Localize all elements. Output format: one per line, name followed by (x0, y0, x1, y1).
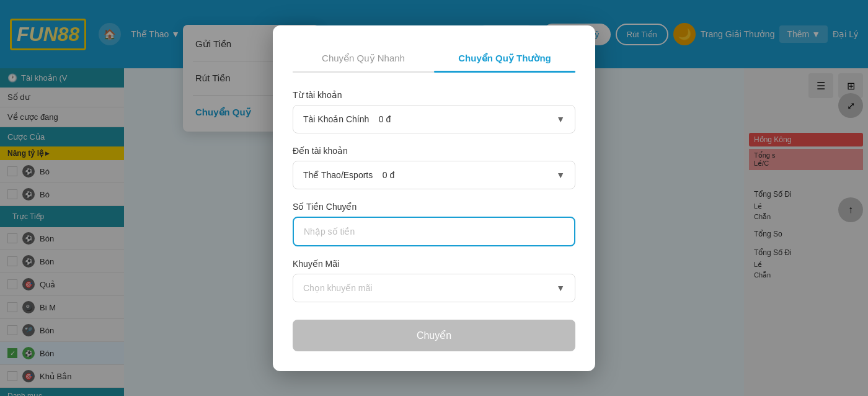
tab-chuyen-quy-thuong[interactable]: Chuyển Quỹ Thường (434, 45, 575, 71)
promo-group: Khuyến Mãi Chọn khuyến mãi ▼ (293, 259, 575, 302)
tab-chuyen-quy-nhanh[interactable]: Chuyển Quỹ Nhanh (293, 45, 434, 71)
submit-button[interactable]: Chuyển (293, 320, 575, 351)
amount-group: Số Tiền Chuyển (293, 202, 575, 246)
amount-label: Số Tiền Chuyển (293, 202, 575, 212)
to-account-select[interactable]: Thể Thao/Esports 0 đ ▼ (293, 161, 575, 189)
promo-value: Chọn khuyến mãi (303, 283, 556, 293)
to-account-value: Thể Thao/Esports 0 đ (303, 170, 556, 180)
from-account-value: Tài Khoản Chính 0 đ (303, 114, 556, 124)
chevron-down-icon-2: ▼ (556, 170, 565, 180)
modal-tabs: Chuyển Quỹ Nhanh Chuyển Quỹ Thường (293, 45, 575, 73)
promo-select[interactable]: Chọn khuyến mãi ▼ (293, 274, 575, 302)
amount-input[interactable] (293, 217, 575, 246)
modal-overlay: Chuyển Quỹ Nhanh Chuyển Quỹ Thường Từ tà… (0, 0, 868, 396)
from-account-select[interactable]: Tài Khoản Chính 0 đ ▼ (293, 105, 575, 133)
chevron-down-icon-3: ▼ (556, 283, 565, 293)
from-account-label: Từ tài khoản (293, 90, 575, 100)
to-account-label: Đến tài khoản (293, 146, 575, 156)
promo-label: Khuyến Mãi (293, 259, 575, 269)
to-account-group: Đến tài khoản Thể Thao/Esports 0 đ ▼ (293, 146, 575, 189)
chevron-down-icon-1: ▼ (556, 114, 565, 124)
from-account-group: Từ tài khoản Tài Khoản Chính 0 đ ▼ (293, 90, 575, 133)
chuyen-quy-modal: Chuyển Quỹ Nhanh Chuyển Quỹ Thường Từ tà… (273, 25, 595, 371)
